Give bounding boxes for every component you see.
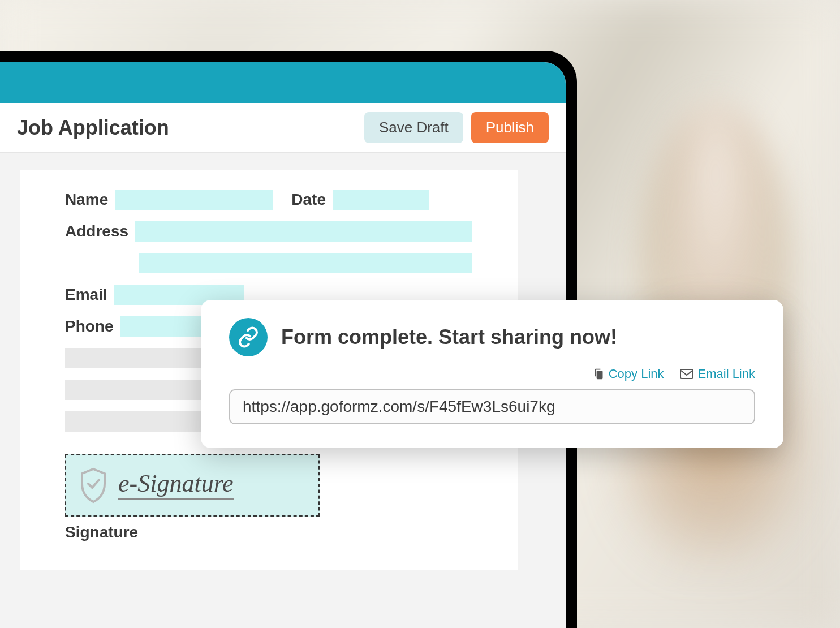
publish-button[interactable]: Publish — [471, 112, 549, 143]
copy-link-label: Copy Link — [609, 367, 664, 381]
link-icon — [229, 318, 268, 356]
email-label: Email — [65, 286, 107, 304]
name-date-row: Name Date — [65, 190, 472, 210]
email-link-button[interactable]: Email Link — [680, 367, 755, 381]
email-link-label: Email Link — [698, 367, 755, 381]
address-input-2[interactable] — [139, 253, 472, 273]
save-draft-button[interactable]: Save Draft — [364, 112, 463, 143]
signature-label: Signature — [65, 523, 472, 541]
date-input[interactable] — [333, 190, 429, 210]
signature-box[interactable]: e-Signature — [65, 454, 320, 517]
app-top-bar — [0, 62, 566, 103]
date-label: Date — [291, 191, 326, 209]
share-popup: Form complete. Start sharing now! Copy L… — [201, 300, 783, 448]
email-icon — [680, 369, 693, 379]
signature-placeholder-text: e-Signature — [118, 471, 234, 500]
phone-label: Phone — [65, 317, 114, 335]
svg-rect-0 — [680, 369, 693, 378]
address-input-1[interactable] — [135, 221, 472, 242]
share-url-input[interactable] — [229, 389, 755, 424]
name-label: Name — [65, 191, 108, 209]
popup-header: Form complete. Start sharing now! — [229, 318, 755, 356]
popup-title: Form complete. Start sharing now! — [281, 325, 617, 349]
copy-link-button[interactable]: Copy Link — [593, 367, 664, 381]
address-row-2 — [65, 253, 472, 273]
header-bar: Job Application Save Draft Publish — [0, 103, 566, 153]
popup-actions: Copy Link Email Link — [229, 367, 755, 381]
copy-icon — [593, 368, 604, 380]
page-title: Job Application — [17, 116, 356, 140]
address-label: Address — [65, 222, 128, 240]
shield-check-icon — [77, 467, 109, 504]
address-row-1: Address — [65, 221, 472, 242]
name-input[interactable] — [115, 190, 273, 210]
